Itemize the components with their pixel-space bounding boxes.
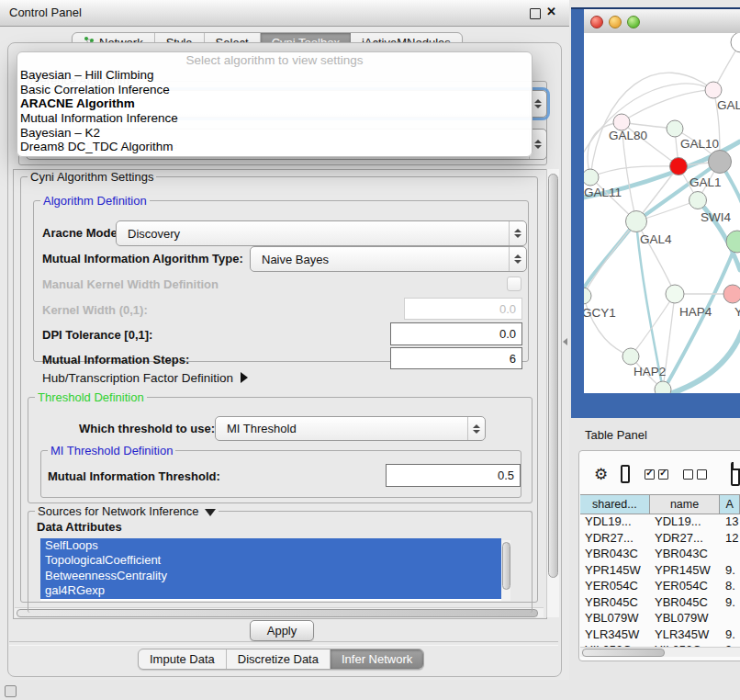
algorithm-option[interactable]: Mutual Information Inference — [17, 111, 532, 126]
kernel-width-value: 0.0 — [499, 302, 521, 316]
select-all-columns-icon[interactable] — [645, 469, 668, 480]
algorithm-option[interactable]: Bayesian – K2 — [17, 126, 532, 141]
table-cell: YER054C — [580, 578, 650, 594]
combo-arrows-icon — [509, 247, 526, 271]
deselect-all-columns-icon[interactable] — [683, 469, 707, 480]
popup-item-list: Bayesian – Hill ClimbingBasic Correlatio… — [17, 68, 532, 154]
combo-arrows-icon — [509, 221, 526, 245]
cyni-mode-tab-bar: Impute DataDiscretize DataInfer Network — [138, 649, 424, 670]
sources-group-toggle[interactable]: Sources for Network Inference — [35, 504, 219, 518]
chevron-right-icon — [241, 372, 248, 383]
data-attributes-list[interactable]: SelfLoopsTopologicalCoefficientBetweenne… — [40, 538, 501, 601]
control-panel-title: Control Panel — [9, 6, 82, 19]
scrollbar-thumb[interactable] — [548, 174, 558, 578]
aracne-mode-select[interactable]: Discovery — [116, 220, 527, 246]
network-node — [626, 211, 647, 232]
table-row[interactable]: YPR145WYPR145W9. — [580, 562, 740, 579]
network-node — [584, 288, 591, 304]
table-row[interactable]: YER054CYER054C8. — [580, 578, 740, 594]
list-item[interactable]: gal4RGexp — [40, 583, 501, 598]
algorithm-option[interactable]: Dream8 DC_TDC Algorithm — [17, 140, 532, 154]
tab-infer-network[interactable]: Infer Network — [331, 649, 423, 669]
tab-label: Infer Network — [342, 652, 412, 666]
tab-discretize-data[interactable]: Discretize Data — [227, 649, 331, 669]
dpi-tolerance-input[interactable]: 0.0 — [390, 322, 522, 345]
network-edge — [622, 90, 713, 122]
network-window-titlebar[interactable] — [584, 9, 740, 34]
kernel-width-input[interactable]: 0.0 — [404, 298, 522, 320]
mi-type-select[interactable]: Naive Bayes — [250, 246, 527, 272]
table-cell: YBR043C — [580, 546, 650, 562]
network-node-label: HAP2 — [633, 365, 666, 378]
table-row[interactable]: YDL19...YDL19...13 — [580, 514, 740, 530]
list-vertical-scrollbar[interactable] — [501, 540, 510, 601]
settings-vertical-scrollbar[interactable] — [546, 169, 559, 617]
table-cell: YLR345W — [650, 627, 721, 643]
divider — [9, 641, 558, 646]
manual-kernel-checkbox[interactable] — [507, 277, 521, 291]
table-cell: YBL079W — [580, 610, 650, 627]
table-row[interactable]: YBR045CYBR045C9. — [580, 594, 740, 611]
table-cell: YBR043C — [650, 546, 721, 562]
network-node — [655, 381, 671, 393]
network-node-label: GAL1 — [690, 175, 722, 189]
manual-kernel-label: Manual Kernel Width Definition — [42, 277, 219, 291]
apply-button[interactable]: Apply — [250, 620, 314, 641]
network-canvas[interactable]: GALGAL80GAL10GAL1GAL11SWI4GAL4GCY1HAP4YH… — [584, 33, 740, 393]
table-header-row: shared...nameA — [580, 494, 740, 514]
list-item[interactable]: SelfLoops — [40, 538, 501, 553]
mi-threshold-input[interactable]: 0.5 — [386, 464, 521, 487]
new-table-icon[interactable] — [731, 462, 740, 486]
close-traffic-light-icon[interactable] — [590, 16, 603, 28]
gear-icon[interactable]: ⚙ — [594, 465, 608, 483]
table-cell: YDL19... — [580, 514, 650, 530]
algorithm-option[interactable]: ARACNE Algorithm — [17, 96, 532, 111]
table-horizontal-scrollbar[interactable] — [580, 647, 740, 657]
list-item[interactable]: BetweennessCentrality — [40, 569, 501, 583]
table-cell: YDR27... — [580, 530, 650, 547]
which-threshold-select[interactable]: MI Threshold — [215, 416, 486, 441]
columns-icon[interactable] — [621, 465, 630, 483]
tab-impute-data[interactable]: Impute Data — [139, 649, 227, 669]
column-header[interactable]: name — [650, 495, 721, 514]
aracne-mode-label: Aracne Mode: — [42, 226, 121, 240]
column-header[interactable]: shared... — [580, 495, 650, 514]
splitter-collapse-icon[interactable] — [563, 338, 567, 345]
network-node-label: GAL4 — [640, 232, 672, 246]
table-row[interactable]: YDR27...YDR27...12 — [580, 530, 740, 547]
network-node — [723, 285, 740, 303]
network-node-label: SWI4 — [701, 210, 731, 224]
network-node — [622, 348, 639, 365]
network-node-label: GAL10 — [680, 137, 719, 151]
algorithm-definition-title: Algorithm Definition — [40, 194, 150, 208]
minimize-traffic-light-icon[interactable] — [609, 16, 622, 28]
algorithm-option[interactable]: Bayesian – Hill Climbing — [17, 68, 532, 83]
column-header[interactable]: A — [720, 495, 740, 514]
which-threshold-value: MI Threshold — [216, 422, 467, 435]
minimized-panel-icon[interactable] — [5, 685, 17, 697]
network-edge — [584, 296, 631, 356]
scrollbar-thumb[interactable] — [502, 542, 510, 590]
zoom-traffic-light-icon[interactable] — [627, 16, 640, 28]
close-icon[interactable]: ✕ — [546, 5, 556, 18]
table-cell: YBL079W — [650, 610, 721, 627]
hub-definition-toggle[interactable]: Hub/Transcription Factor Definition — [42, 371, 248, 385]
algorithm-dropdown-popup: Select algorithm to view settings Bayesi… — [17, 51, 533, 157]
network-node — [690, 192, 707, 209]
table-row[interactable]: YBL079WYBL079W — [580, 610, 740, 627]
mi-type-value: Naive Bayes — [251, 253, 509, 266]
table-cell: 8. — [721, 578, 740, 594]
scrollbar-thumb[interactable] — [582, 649, 665, 657]
network-edge — [672, 332, 740, 393]
table-row[interactable]: YLR345WYLR345W9. — [580, 627, 740, 643]
table-row[interactable]: YBR043CYBR043C — [580, 546, 740, 562]
table-cell: 12 — [721, 530, 740, 547]
network-node-label: GAL — [717, 98, 740, 112]
mi-steps-input[interactable]: 6 — [390, 347, 522, 369]
list-item[interactable]: TopologicalCoefficient — [40, 553, 501, 568]
float-window-icon[interactable] — [530, 8, 541, 19]
table-cell: YBR045C — [580, 594, 650, 611]
table-cell: YLR345W — [580, 627, 650, 643]
algorithm-option[interactable]: Basic Correlation Inference — [17, 83, 532, 97]
which-threshold-label: Which threshold to use: — [79, 422, 215, 435]
